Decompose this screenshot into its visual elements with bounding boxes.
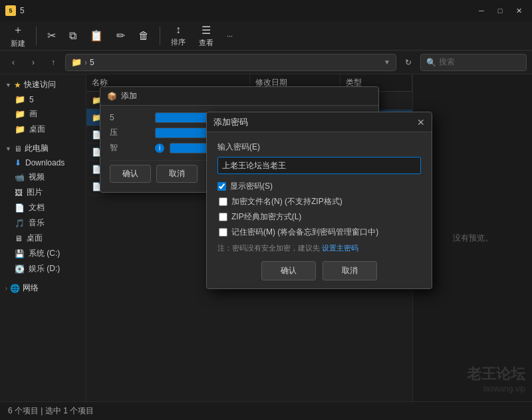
remember-pwd-checkbox[interactable]	[219, 228, 227, 237]
new-icon: ＋	[13, 23, 23, 37]
systemc-icon: 💾	[15, 249, 25, 259]
address-path[interactable]: 📁 › 5 ▼	[65, 54, 396, 71]
sidebar-item-picture[interactable]: 📁 画	[0, 106, 86, 122]
sidebar-label-desktop2: 桌面	[27, 233, 43, 244]
copy-button[interactable]: ⧉	[64, 27, 82, 45]
close-button[interactable]: ✕	[511, 5, 527, 17]
compression-cancel-btn[interactable]: 取消	[156, 165, 198, 183]
sidebar-item-system-c[interactable]: 💾 系统 (C:)	[0, 246, 86, 261]
sidebar-item-downloads[interactable]: ⬇ Downloads	[0, 156, 86, 169]
password-cancel-btn[interactable]: 取消	[323, 261, 377, 280]
maximize-button[interactable]: □	[492, 5, 508, 17]
music-icon: 🎵	[15, 219, 25, 228]
compression-title-icon: 📦	[107, 92, 117, 101]
search-placeholder: 搜索	[439, 56, 455, 68]
sidebar-item-documents[interactable]: 📄 文档	[0, 200, 86, 215]
back-button[interactable]: ‹	[5, 54, 21, 70]
more-button[interactable]: ···	[221, 29, 238, 43]
documents-icon: 📄	[15, 203, 25, 213]
sidebar-label-pictures: 图片	[27, 187, 43, 198]
password-btn-row: 确认 取消	[217, 261, 421, 280]
folder-icon-5: 📁	[15, 94, 25, 104]
sidebar-section-network[interactable]: › 🌐 网络	[0, 280, 86, 296]
quick-access-label: 快速访问	[24, 79, 56, 90]
encrypt-filename-checkbox[interactable]	[219, 197, 227, 206]
sidebar-label-entertain-d: 娱乐 (D:)	[29, 263, 60, 274]
rename-button[interactable]: ✏	[111, 27, 130, 45]
new-button[interactable]: ＋ 新建	[5, 21, 31, 51]
zip-encrypt-checkbox[interactable]	[219, 213, 227, 221]
search-box[interactable]: 🔍 搜索	[420, 54, 527, 71]
sort-button[interactable]: ↕ 排序	[166, 21, 191, 50]
window-controls: ─ □ ✕	[473, 5, 527, 17]
network-chevron: ›	[5, 285, 7, 292]
desktop2-icon: 🖥	[15, 234, 23, 243]
forward-button[interactable]: ›	[25, 54, 41, 70]
delete-button[interactable]: 🗑	[133, 27, 154, 45]
compression-confirm-btn[interactable]: 确认	[110, 165, 151, 183]
view-button[interactable]: ☰ 查看	[194, 21, 219, 51]
no-preview-text: 没有预览。	[453, 233, 493, 244]
sidebar-item-entertain-d[interactable]: 💽 娱乐 (D:)	[0, 261, 86, 276]
quick-access-chevron: ▼	[5, 82, 11, 88]
sidebar-item-desktop2[interactable]: 🖥 桌面	[0, 231, 86, 246]
sidebar-label-5: 5	[29, 95, 34, 104]
status-text: 6 个项目 | 选中 1 个项目	[8, 405, 94, 417]
cut-button[interactable]: ✂	[42, 27, 61, 45]
video-icon: 📹	[15, 173, 25, 182]
password-dialog[interactable]: 添加密码 ✕ 输入密码(E) 显示密码(S) 加密文件名(N) (不支持ZIP格…	[206, 112, 432, 289]
star-icon: ★	[14, 80, 21, 90]
paste-icon: 📋	[90, 29, 103, 42]
sidebar-item-video[interactable]: 📹 视频	[0, 169, 86, 185]
window-title: 5	[20, 6, 25, 15]
address-bar: ‹ › ↑ 📁 › 5 ▼ ↻ 🔍 搜索	[0, 51, 532, 74]
bg-label-3: 智	[110, 142, 150, 154]
cut-icon: ✂	[47, 29, 56, 42]
app-icon: 5	[5, 5, 16, 16]
rename-icon: ✏	[116, 29, 125, 42]
bg-label-2: 压	[110, 127, 150, 138]
toolbar-separator-2	[160, 27, 160, 45]
sidebar-section-quick-access[interactable]: ▼ ★ 快速访问	[0, 77, 86, 92]
compression-dialog-title: 📦 添加	[100, 87, 378, 106]
zip-encrypt-label: ZIP经典加密方式(L)	[231, 211, 301, 223]
paste-button[interactable]: 📋	[84, 27, 108, 45]
compression-title-text: 添加	[121, 90, 137, 102]
copy-icon: ⧉	[69, 30, 76, 42]
title-bar: 5 5 ─ □ ✕	[0, 0, 532, 21]
password-input[interactable]	[217, 157, 421, 174]
up-button[interactable]: ↑	[45, 54, 61, 70]
sidebar-label-documents: 文档	[29, 202, 45, 213]
entertaind-icon: 💽	[15, 264, 25, 274]
toolbar: ＋ 新建 ✂ ⧉ 📋 ✏ 🗑 ↕ 排序 ☰ 查看 ···	[0, 21, 532, 51]
status-bar: 6 个项目 | 选中 1 个项目	[0, 401, 532, 420]
minimize-button[interactable]: ─	[473, 5, 489, 17]
folder-icon-desktop: 📁	[15, 124, 25, 134]
this-pc-label: 此电脑	[25, 143, 49, 154]
zip-encrypt-row: ZIP经典加密方式(L)	[217, 211, 421, 223]
delete-icon: 🗑	[138, 30, 149, 42]
note-link[interactable]: 设置主密码	[322, 244, 358, 252]
show-password-label: 显示密码(S)	[230, 181, 273, 192]
show-password-row: 显示密码(S)	[217, 181, 421, 192]
sidebar-item-pictures[interactable]: 🖼 图片	[0, 185, 86, 200]
sidebar-item-music[interactable]: 🎵 音乐	[0, 215, 86, 231]
refresh-button[interactable]: ↻	[400, 54, 416, 70]
password-confirm-btn[interactable]: 确认	[261, 261, 316, 280]
remember-pwd-row: 记住密码(M) (将会备忘到密码管理窗口中)	[217, 227, 421, 238]
title-bar-left: 5 5	[5, 5, 25, 16]
sidebar-section-this-pc[interactable]: ▼ 🖥 此电脑	[0, 141, 86, 156]
sidebar-label-video: 视频	[29, 171, 45, 183]
this-pc-chevron: ▼	[5, 146, 11, 152]
password-close-btn[interactable]: ✕	[417, 117, 425, 128]
computer-icon: 🖥	[14, 144, 22, 154]
encrypt-filename-label: 加密文件名(N) (不支持ZIP格式)	[231, 196, 342, 207]
sidebar: ▼ ★ 快速访问 📁 5 📁 画 📁 桌面 ▼ 🖥 此电脑 ⬇ Download…	[0, 74, 86, 401]
show-password-checkbox[interactable]	[217, 182, 226, 191]
encrypt-filename-row: 加密文件名(N) (不支持ZIP格式)	[217, 196, 421, 207]
sidebar-item-5[interactable]: 📁 5	[0, 92, 86, 106]
sort-icon: ↕	[176, 24, 181, 36]
search-icon: 🔍	[426, 58, 436, 67]
sidebar-item-desktop[interactable]: 📁 桌面	[0, 122, 86, 137]
downloads-icon: ⬇	[15, 158, 21, 167]
